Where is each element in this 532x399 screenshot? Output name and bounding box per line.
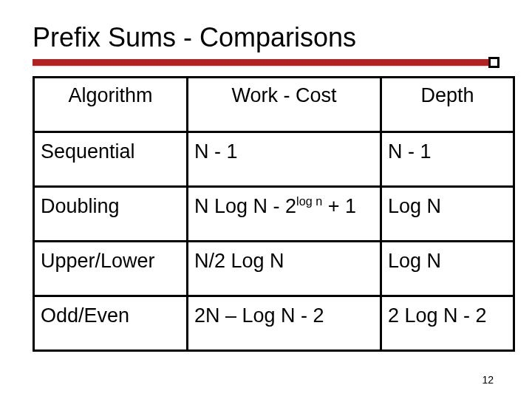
cell-work: N Log N - 2log n + 1 (188, 187, 381, 242)
table-row: Sequential N - 1 N - 1 (34, 132, 514, 187)
table-row: Upper/Lower N/2 Log N Log N (34, 242, 514, 296)
underline-bar (33, 59, 499, 66)
page-number: 12 (482, 374, 494, 386)
cell-algorithm: Doubling (34, 187, 188, 242)
cell-depth: Log N (381, 242, 514, 296)
cell-algorithm: Odd/Even (34, 296, 188, 351)
table-row: Odd/Even 2N – Log N - 2 2 Log N - 2 (34, 296, 514, 351)
slide: Prefix Sums - Comparisons Algorithm Work… (0, 0, 532, 399)
header-depth: Depth (381, 78, 514, 132)
header-work-cost: Work - Cost (188, 78, 381, 132)
cell-work: N - 1 (188, 132, 381, 187)
cell-algorithm: Sequential (34, 132, 188, 187)
table-row: Doubling N Log N - 2log n + 1 Log N (34, 187, 514, 242)
slide-title: Prefix Sums - Comparisons (33, 22, 499, 53)
title-underline (33, 59, 499, 66)
cell-depth: N - 1 (381, 132, 514, 187)
underline-square-icon (488, 57, 499, 68)
cell-algorithm: Upper/Lower (34, 242, 188, 296)
cell-work: N/2 Log N (188, 242, 381, 296)
comparison-table: Algorithm Work - Cost Depth Sequential N… (33, 76, 515, 352)
cell-work: 2N – Log N - 2 (188, 296, 381, 351)
cell-depth: Log N (381, 187, 514, 242)
cell-depth: 2 Log N - 2 (381, 296, 514, 351)
header-algorithm: Algorithm (34, 78, 188, 132)
table-header-row: Algorithm Work - Cost Depth (34, 78, 514, 132)
